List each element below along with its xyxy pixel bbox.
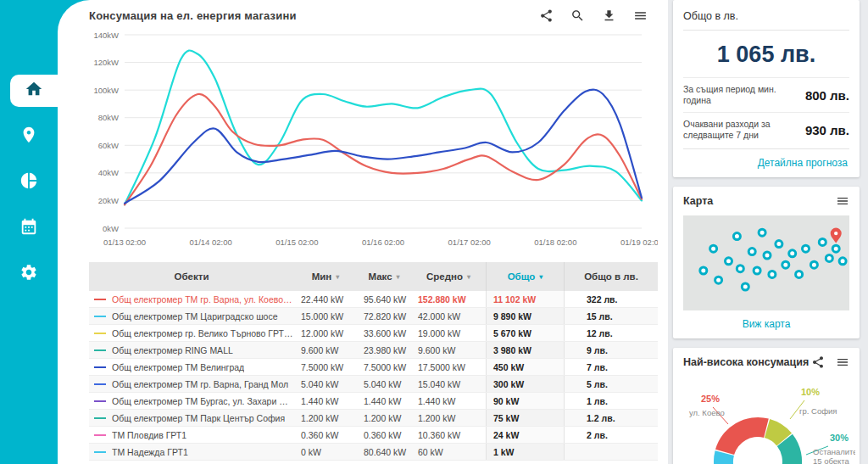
cell-max: 23.980 kW (357, 342, 411, 358)
donut-slice (715, 417, 769, 455)
map-marker-icon (733, 232, 740, 239)
share-icon[interactable] (539, 8, 554, 23)
cyan-series (125, 50, 642, 204)
cell-total: 3 980 kW (486, 342, 565, 358)
detailed-forecast-link[interactable]: Детайлна прогноза (683, 148, 849, 172)
right-panel: Общо в лв. 1 065 лв. За същия период мин… (668, 0, 868, 464)
object-name: ТМ Пловдив ГРТ1 (112, 430, 186, 440)
location-pin-icon (19, 126, 38, 148)
menu-icon[interactable] (633, 8, 648, 23)
cell-total-lv: 15 лв. (565, 308, 658, 324)
summary-row: Очаквани разходи за следващите 7 дни 930… (683, 112, 849, 147)
cell-avg: 1.440 kW (411, 393, 486, 409)
cell-min: 7.5000 kW (294, 359, 357, 375)
series-color-dash (94, 349, 106, 351)
table-row[interactable]: Общ електромер ТМ Велинград7.5000 kW7.50… (89, 359, 658, 376)
cell-avg: 60 kW (411, 444, 486, 460)
menu-icon[interactable] (836, 355, 849, 369)
sidebar-item-calendar[interactable] (0, 212, 58, 244)
table-row[interactable]: ТМ Пловдив ГРТ10.360 kW0.360 kW10.360 kW… (89, 427, 658, 444)
calendar-icon (19, 217, 38, 239)
sort-caret-icon: ▾ (539, 273, 542, 281)
cell-total: 450 kW (486, 359, 565, 375)
series-color-dash (94, 383, 106, 385)
donut-svg: 25%ул. Коево10%гр. София30%Останалите15 … (677, 377, 855, 464)
summary-value: 930 лв. (805, 123, 849, 137)
table-header: Обекти Мин▾ Макс▾ Средно▾ Общо▾ Общо в л… (89, 262, 658, 291)
svg-text:60kW: 60kW (98, 141, 119, 150)
sort-caret-icon: ▾ (467, 273, 470, 281)
summary-value: 800 лв. (805, 88, 849, 103)
main-header: Консумация на ел. енергия магазини (89, 8, 658, 23)
object-name: Общ електромер ТМ Велинград (112, 362, 244, 372)
series-color-dash (94, 400, 106, 402)
sidebar-item-locations[interactable] (0, 120, 58, 153)
table-row[interactable]: Общ електромер ТМ Цариградско шосе15.000… (89, 308, 658, 325)
column-header-min[interactable]: Мин▾ (294, 262, 357, 291)
total-cost-card: Общо в лв. 1 065 лв. За същия период мин… (673, 0, 860, 177)
svg-text:120kW: 120kW (93, 58, 119, 67)
blue-series (125, 90, 642, 204)
total-amount: 1 065 лв. (683, 31, 849, 77)
card-title: Общо в лв. (683, 10, 849, 31)
column-header-avg[interactable]: Средно▾ (411, 262, 486, 291)
map-marker-icon (742, 283, 748, 290)
object-name: Общ електромер ТМ гр. Варна, ул. Коево №… (112, 294, 294, 305)
cell-max: 95.640 kW (357, 291, 411, 307)
table-row[interactable]: Общ електромер ТМ гр. Варна, Гранд Мол5.… (89, 376, 658, 393)
cell-total: 90 kW (486, 393, 565, 409)
summary-label: За същия период мин. година (683, 84, 790, 106)
card-title: Най-висока консумация (683, 356, 809, 368)
donut-slice-label: Останалите (813, 447, 855, 456)
table-row[interactable]: ТМ Надежда ГРТ10 kW80.640 kW60 kW1 kW (89, 444, 658, 461)
gear-icon (19, 263, 38, 285)
cell-total-lv: 5 лв. (565, 376, 658, 392)
column-header-max[interactable]: Макс▾ (357, 262, 411, 291)
share-icon[interactable] (811, 355, 825, 369)
series-color-dash (94, 417, 106, 419)
cell-min: 1.200 kW (294, 410, 357, 426)
map-pin-icon (831, 227, 842, 243)
sidebar-item-analytics[interactable] (0, 166, 58, 198)
cell-total-lv: 7 лв. (565, 359, 658, 375)
svg-text:01/16 02:00: 01/16 02:00 (362, 238, 404, 247)
column-header-objects[interactable]: Обекти (89, 262, 294, 291)
cell-min: 0.360 kW (294, 427, 357, 443)
map[interactable] (683, 215, 849, 310)
table-row[interactable]: Общ електромер ТМ гр. Варна, ул. Коево №… (89, 291, 658, 308)
top-card-header: Най-висока консумация (673, 348, 860, 377)
table-row[interactable]: Общ електромер гр. Велико Търново ГРТ Ре… (89, 325, 658, 342)
donut-pct-label: 30% (830, 433, 849, 443)
cell-total: 5 670 kW (486, 325, 565, 341)
map-marker-icon (715, 277, 722, 283)
cell-avg: 17.5000 kW (411, 359, 486, 375)
svg-text:20kW: 20kW (98, 196, 119, 205)
svg-text:01/17 02:00: 01/17 02:00 (448, 238, 491, 247)
table-row[interactable]: Общ електромер RING MALL9.600 kW23.980 k… (89, 342, 658, 359)
object-name: Общ електромер ТМ гр. Варна, Гранд Мол (112, 379, 288, 389)
table-row[interactable]: Общ електромер ТМ Бургас, ул. Захари Сто… (89, 393, 658, 410)
menu-icon[interactable] (836, 194, 849, 208)
page-title: Консумация на ел. енергия магазини (89, 9, 539, 22)
column-header-total-lv[interactable]: Общо в лв. (565, 262, 658, 291)
summary-row: За същия период мин. година 800 лв. (683, 77, 849, 112)
view-map-link[interactable]: Виж карта (673, 310, 860, 338)
sidebar-item-home[interactable] (10, 75, 58, 107)
app-root: Консумация на ел. енергия магазини 0kW20… (0, 0, 868, 464)
cell-min: 12.000 kW (294, 325, 357, 341)
cell-object-name: Общ електромер ТМ гр. Варна, Гранд Мол (89, 376, 294, 392)
sidebar-item-settings[interactable] (0, 258, 58, 290)
cell-max: 72.820 kW (357, 308, 411, 324)
cell-object-name: Общ електромер гр. Велико Търново ГРТ Ре… (89, 325, 294, 341)
map-marker-icon (764, 252, 771, 259)
cell-min: 22.440 kW (294, 291, 357, 307)
search-icon[interactable] (570, 8, 585, 23)
series-color-dash (94, 316, 106, 317)
donut-slice-label: 15 обекта (813, 456, 850, 464)
map-marker-icon (710, 245, 717, 252)
download-icon[interactable] (602, 8, 616, 23)
table-body: Общ електромер ТМ гр. Варна, ул. Коево №… (89, 291, 658, 461)
table-row[interactable]: Общ електромер ТМ Парк Център София1.200… (89, 410, 658, 427)
donut-chart: 25%ул. Коево10%гр. София30%Останалите15 … (673, 377, 860, 464)
column-header-total[interactable]: Общо▾ (486, 262, 565, 291)
